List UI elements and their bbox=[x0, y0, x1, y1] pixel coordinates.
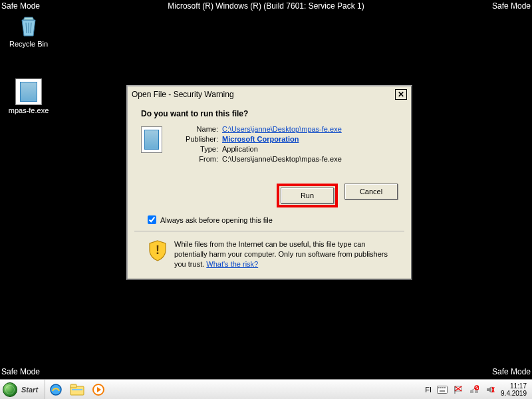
type-label: Type: bbox=[172, 145, 218, 153]
windows-orb-icon bbox=[3, 382, 17, 397]
svg-point-4 bbox=[51, 384, 61, 395]
svg-rect-13 bbox=[442, 387, 444, 388]
svg-rect-14 bbox=[444, 387, 446, 388]
type-value: Application bbox=[222, 145, 258, 153]
svg-rect-12 bbox=[440, 387, 442, 388]
svg-rect-15 bbox=[440, 390, 445, 392]
svg-rect-21 bbox=[475, 390, 478, 393]
whats-the-risk-link[interactable]: What's the risk? bbox=[206, 260, 258, 268]
taskbar: Start FI 11:17 9.4.2019 bbox=[0, 379, 532, 399]
tray-network-icon[interactable] bbox=[469, 384, 479, 395]
quicklaunch-explorer[interactable] bbox=[68, 382, 86, 398]
recycle-bin-label: Recycle Bin bbox=[5, 40, 52, 48]
warning-text: While files from the Internet can be use… bbox=[174, 239, 398, 269]
language-indicator[interactable]: FI bbox=[425, 386, 432, 394]
safemode-bottomleft: Safe Mode bbox=[1, 367, 40, 376]
dialog-question: Do you want to run this file? bbox=[141, 109, 398, 118]
application-icon bbox=[141, 126, 162, 153]
svg-text:!: ! bbox=[156, 243, 160, 257]
svg-rect-7 bbox=[72, 389, 82, 390]
clock-time: 11:17 bbox=[501, 382, 527, 390]
svg-rect-11 bbox=[438, 387, 440, 388]
always-ask-label: Always ask before opening this file bbox=[160, 216, 273, 224]
security-warning-dialog: Open File - Security Warning ✕ Do you wa… bbox=[126, 85, 412, 280]
quicklaunch-mediaplayer[interactable] bbox=[89, 382, 108, 398]
name-label: Name: bbox=[172, 125, 218, 133]
start-button[interactable]: Start bbox=[0, 380, 45, 400]
start-label: Start bbox=[21, 386, 38, 394]
dialog-titlebar[interactable]: Open File - Security Warning ✕ bbox=[128, 86, 411, 102]
shield-warning-icon: ! bbox=[148, 239, 168, 262]
cancel-button[interactable]: Cancel bbox=[344, 184, 398, 200]
from-label: From: bbox=[172, 155, 218, 163]
quicklaunch-ie[interactable] bbox=[47, 382, 65, 398]
tray-keyboard-icon[interactable] bbox=[437, 384, 448, 395]
safemode-bottomright: Safe Mode bbox=[492, 367, 531, 376]
svg-rect-20 bbox=[470, 390, 473, 393]
system-clock[interactable]: 11:17 9.4.2019 bbox=[501, 382, 527, 397]
always-ask-checkbox[interactable] bbox=[148, 215, 156, 224]
safemode-topright: Safe Mode bbox=[492, 1, 531, 11]
recycle-bin-icon[interactable]: Recycle Bin bbox=[5, 12, 52, 48]
file-icon bbox=[15, 78, 42, 105]
dialog-title: Open File - Security Warning bbox=[132, 90, 234, 99]
tray-volume-icon[interactable] bbox=[485, 384, 495, 395]
windows-build-label: Microsoft (R) Windows (R) (Build 7601: S… bbox=[168, 1, 364, 11]
from-value: C:\Users\janne\Desktop\mpas-fe.exe bbox=[222, 155, 342, 163]
desktop-file-mpasfe[interactable]: mpas-fe.exe bbox=[5, 78, 52, 114]
close-button[interactable]: ✕ bbox=[395, 89, 407, 100]
svg-marker-25 bbox=[487, 386, 491, 393]
run-button-highlight: Run bbox=[277, 184, 338, 207]
svg-rect-6 bbox=[70, 384, 76, 388]
safemode-topleft: Safe Mode bbox=[1, 1, 40, 11]
trash-icon bbox=[15, 12, 42, 39]
publisher-link[interactable]: Microsoft Corporation bbox=[222, 135, 299, 143]
clock-date: 9.4.2019 bbox=[501, 390, 527, 397]
publisher-label: Publisher: bbox=[172, 135, 218, 143]
run-button[interactable]: Run bbox=[281, 188, 334, 203]
tray-flag-icon[interactable] bbox=[453, 384, 464, 395]
desktop-file-label: mpas-fe.exe bbox=[5, 106, 52, 114]
file-name-link[interactable]: C:\Users\janne\Desktop\mpas-fe.exe bbox=[222, 125, 342, 133]
